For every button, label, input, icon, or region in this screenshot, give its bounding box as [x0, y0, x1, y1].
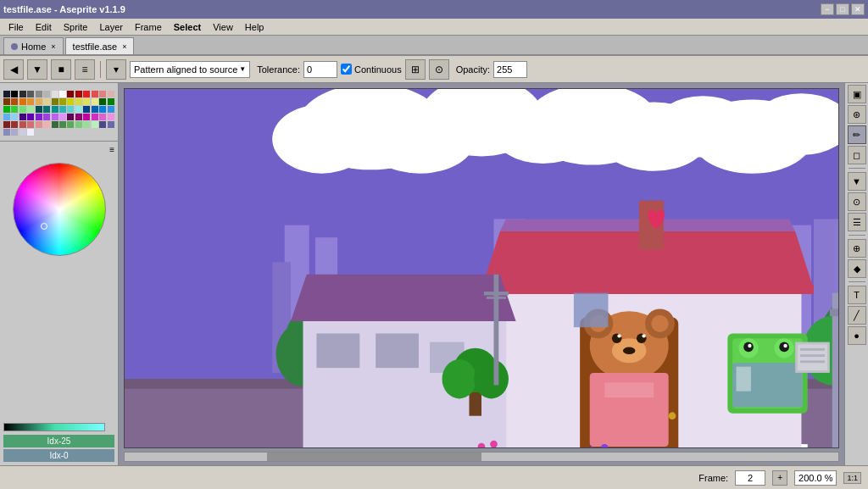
opacity-input[interactable] [493, 61, 527, 78]
palette-color-24[interactable] [83, 98, 90, 105]
palette-color-42[interactable] [3, 114, 10, 120]
palette-color-10[interactable] [83, 91, 90, 97]
rtool-eraser[interactable]: ◻ [848, 146, 866, 164]
palette-color-18[interactable] [36, 98, 42, 105]
maximize-button[interactable]: □ [836, 3, 849, 15]
color-index-2[interactable]: Idx-0 [3, 449, 114, 462]
pattern-arrow[interactable]: ▾ [106, 59, 126, 80]
palette-color-52[interactable] [83, 114, 90, 120]
tolerance-input[interactable] [303, 61, 337, 78]
tab-close-home[interactable]: × [51, 42, 55, 51]
rtool-zoom[interactable]: ⊕ [848, 239, 866, 258]
h-scrollbar[interactable] [124, 452, 839, 462]
palette-color-13[interactable] [108, 91, 114, 97]
close-button[interactable]: ✕ [851, 3, 865, 15]
tool-icon1[interactable]: ⊞ [405, 59, 426, 80]
palette-color-49[interactable] [59, 114, 66, 120]
palette-color-37[interactable] [75, 106, 82, 113]
palette-color-50[interactable] [67, 114, 74, 120]
palette-color-72[interactable] [19, 129, 26, 136]
palette-color-30[interactable] [19, 106, 26, 113]
tab-testfile[interactable]: testfile.ase× [65, 37, 135, 54]
palette-color-62[interactable] [52, 121, 58, 128]
menu-file[interactable]: File [3, 20, 29, 34]
palette-color-34[interactable] [52, 106, 58, 113]
pattern-dropdown[interactable]: Pattern aligned to source ▼ [130, 61, 250, 78]
palette-color-16[interactable] [19, 98, 26, 105]
tool-icon2[interactable]: ⊙ [429, 59, 449, 80]
palette-color-51[interactable] [75, 114, 82, 120]
rtool-eyedropper[interactable]: ⊙ [848, 192, 866, 211]
palette-color-66[interactable] [83, 121, 90, 128]
menu-view[interactable]: View [208, 20, 238, 34]
stop-button[interactable]: ■ [51, 59, 71, 80]
tab-close-testfile[interactable]: × [122, 42, 126, 51]
menu-select[interactable]: Select [169, 20, 206, 34]
palette-color-22[interactable] [67, 98, 74, 105]
rtool-fill[interactable]: ▼ [848, 172, 866, 191]
palette-color-58[interactable] [19, 121, 26, 128]
forward-button[interactable]: ▼ [27, 59, 47, 80]
palette-color-64[interactable] [67, 121, 74, 128]
frame-input[interactable] [735, 470, 765, 486]
frame-next-button[interactable]: + [772, 470, 787, 486]
palette-color-68[interactable] [99, 121, 106, 128]
palette-color-27[interactable] [108, 98, 114, 105]
brightness-bar[interactable] [3, 423, 105, 431]
menu-edit[interactable]: Edit [31, 20, 57, 34]
palette-color-60[interactable] [36, 121, 42, 128]
palette-color-35[interactable] [59, 106, 66, 113]
menu-sprite[interactable]: Sprite [58, 20, 93, 34]
palette-color-63[interactable] [59, 121, 66, 128]
palette-color-17[interactable] [27, 98, 34, 105]
palette-color-12[interactable] [99, 91, 106, 97]
palette-color-3[interactable] [27, 91, 34, 97]
palette-color-31[interactable] [27, 106, 34, 113]
menu-layer[interactable]: Layer [94, 20, 128, 34]
ratio-button[interactable]: 1:1 [843, 472, 861, 484]
palette-color-6[interactable] [52, 91, 58, 97]
color-wheel[interactable] [13, 163, 106, 256]
canvas-area[interactable] [119, 83, 844, 465]
rtool-line[interactable]: ╱ [848, 306, 866, 325]
palette-color-39[interactable] [92, 106, 98, 113]
rtool-blur[interactable]: ● [848, 326, 866, 345]
palette-color-7[interactable] [59, 91, 66, 97]
menu-help[interactable]: Help [240, 20, 270, 34]
menu-button[interactable]: ≡ [75, 59, 95, 80]
palette-color-28[interactable] [3, 106, 10, 113]
palette-color-36[interactable] [67, 106, 74, 113]
back-button[interactable]: ◀ [3, 59, 24, 80]
palette-color-1[interactable] [11, 91, 18, 97]
palette-color-45[interactable] [27, 114, 34, 120]
continuous-checkbox[interactable] [341, 64, 352, 75]
palette-color-25[interactable] [92, 98, 98, 105]
palette-color-57[interactable] [11, 121, 18, 128]
rtool-shapes[interactable]: ◆ [848, 259, 866, 278]
palette-color-70[interactable] [3, 129, 10, 136]
palette-color-65[interactable] [75, 121, 82, 128]
palette-color-15[interactable] [11, 98, 18, 105]
continuous-check[interactable]: Continuous [341, 64, 402, 75]
palette-color-59[interactable] [27, 121, 34, 128]
palette-color-48[interactable] [52, 114, 58, 120]
palette-color-73[interactable] [27, 129, 34, 136]
palette-color-54[interactable] [99, 114, 106, 120]
palette-color-71[interactable] [11, 129, 18, 136]
palette-color-21[interactable] [59, 98, 66, 105]
palette-color-61[interactable] [43, 121, 50, 128]
menu-frame[interactable]: Frame [130, 20, 167, 34]
palette-color-0[interactable] [3, 91, 10, 97]
palette-color-29[interactable] [11, 106, 18, 113]
color-index-1[interactable]: Idx-25 [3, 435, 114, 447]
palette-color-8[interactable] [67, 91, 74, 97]
palette-color-46[interactable] [36, 114, 42, 120]
rtool-pen[interactable]: ✏ [848, 125, 866, 144]
color-picker-menu[interactable]: ≡ [109, 145, 114, 154]
palette-color-19[interactable] [43, 98, 50, 105]
palette-color-5[interactable] [43, 91, 50, 97]
palette-color-41[interactable] [108, 106, 114, 113]
rtool-hand[interactable]: ☰ [848, 213, 866, 231]
palette-color-55[interactable] [108, 114, 114, 120]
scrollbar-thumb[interactable] [267, 453, 481, 461]
